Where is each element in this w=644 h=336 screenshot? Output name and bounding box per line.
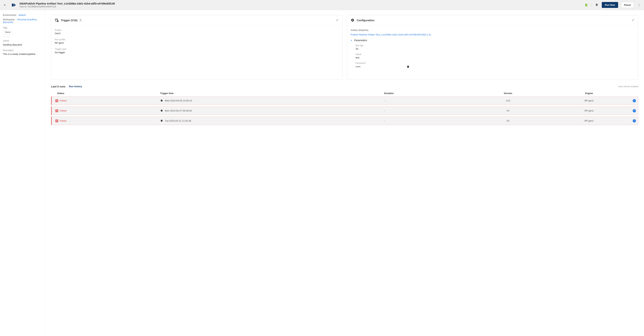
manual-trigger-icon — [160, 109, 163, 113]
description-label: Description — [3, 49, 42, 52]
name-value: test — [356, 56, 634, 59]
svg-rect-2 — [587, 4, 588, 6]
duration: - — [382, 107, 468, 115]
author-label: Author — [3, 40, 42, 42]
door-exit-icon[interactable] — [584, 3, 589, 7]
auto-refresh-label: Auto-refresh enabled — [618, 85, 638, 88]
col-duration: Duration — [382, 90, 468, 97]
engine-label: Engine — [55, 29, 339, 31]
engine: RP gen2 — [548, 97, 630, 105]
environment-link[interactable]: default — [18, 14, 26, 16]
edit-config-icon[interactable] — [632, 19, 634, 22]
sidebar: Environment: default Workspace: Personal… — [0, 10, 45, 336]
run-row[interactable]: ✕ Failed Wed 2023-04-05 14:05:23 - V10 R… — [52, 97, 638, 105]
artifact-label: Artifact (Pipeline) — [350, 29, 634, 32]
parameters-toggle[interactable]: ▼ Parameters — [350, 39, 634, 42]
run-now-button[interactable]: Run Now — [602, 2, 618, 8]
more-menu-icon[interactable] — [637, 3, 641, 7]
run-row[interactable]: ✕ Failed Mon 2023-03-27 09:48:04 - V3 RP… — [52, 107, 638, 115]
col-status: Status — [52, 90, 158, 97]
svg-rect-0 — [12, 4, 14, 7]
main-content: Trigger (V10) 0 Engine Gen2 Run profile … — [45, 10, 644, 336]
title-area: GBAPublish Pipeline Artifact Test_c1c526… — [20, 2, 584, 8]
engine: RP gen2 — [548, 107, 630, 115]
expand-row-button[interactable] — [633, 99, 636, 102]
trigger-type-label: Trigger type — [55, 48, 339, 50]
duration: - — [382, 117, 468, 125]
version: V10 — [468, 97, 548, 105]
svg-point-5 — [639, 6, 639, 6]
bell-icon[interactable] — [594, 3, 599, 7]
min-age-label: Min Age — [356, 44, 634, 47]
calendar-clock-icon — [55, 18, 59, 22]
manual-trigger-icon — [160, 99, 163, 103]
expand-row-button[interactable] — [633, 109, 636, 112]
edit-trigger-icon[interactable] — [336, 19, 339, 22]
page-title: GBAPublish Pipeline Artifact Test_c1c526… — [20, 2, 584, 5]
col-version: Version — [468, 90, 548, 97]
version: V3 — [468, 107, 548, 115]
runs-table: Status Trigger time Duration Version Eng… — [51, 90, 638, 127]
workspace-row: Workspace: Personal (Geoffroy Baccarini) — [3, 18, 42, 24]
trigger-title: Trigger (V10) 0 — [61, 19, 336, 22]
trigger-type-value: No trigger — [55, 51, 339, 54]
chevron-down-icon: ▼ — [350, 39, 352, 41]
failed-icon: ✕ — [55, 99, 58, 102]
trigger-time: Tue 2023-03-21 11:42:36 — [165, 119, 191, 122]
run-profile-label: Run profile — [55, 38, 339, 41]
manual-trigger-icon — [160, 119, 163, 123]
run-row[interactable]: ✕ Failed Tue 2023-03-21 11:42:36 - V3 RP… — [52, 117, 638, 125]
gear-icon — [350, 18, 354, 22]
artifact-link[interactable]: Publish Pipeline Artifact Test_c1c5268a-… — [350, 33, 634, 36]
trigger-time: Wed 2023-04-05 14:05:23 — [165, 99, 192, 102]
svg-point-3 — [639, 4, 639, 4]
environment-row: Environment: default — [3, 14, 42, 16]
svg-rect-1 — [586, 4, 587, 6]
password-value: •••••• — [356, 66, 360, 68]
expand-row-button[interactable] — [633, 119, 636, 123]
min-age-value: 20 — [356, 48, 634, 50]
author-value: Geoffroy Baccarini — [3, 43, 22, 46]
pause-button[interactable]: Pause — [621, 2, 634, 8]
duration: - — [382, 97, 468, 105]
svg-point-4 — [639, 5, 639, 5]
description-value: This is a newly created pipeline — [3, 53, 42, 55]
col-trigger-time: Trigger time — [158, 90, 382, 97]
tag-none: None — [3, 30, 13, 34]
version: V3 — [468, 117, 548, 125]
back-button[interactable] — [3, 3, 7, 7]
engine: RP gen2 — [548, 117, 630, 125]
config-title: Configuration — [357, 19, 632, 22]
engine-value: Gen2 — [55, 32, 339, 35]
status-text: Failed — [60, 109, 66, 112]
status-text: Failed — [60, 119, 66, 122]
divider — [3, 37, 10, 37]
topbar: GBAPublish Pipeline Artifact Test_c1c526… — [0, 0, 644, 10]
runs-header: Last 5 runs Run history Auto-refresh ena… — [51, 85, 638, 88]
topbar-actions: Run Now Pause — [584, 2, 641, 8]
configuration-card: Configuration Artifact (Pipeline) Publis… — [347, 15, 638, 80]
name-label: Name — [356, 53, 634, 56]
trigger-time: Mon 2023-03-27 09:48:04 — [165, 109, 192, 112]
run-history-link[interactable]: Run history — [69, 85, 82, 88]
run-profile-value: RP gen2 — [55, 42, 339, 44]
col-engine: Engine — [548, 90, 630, 97]
divider — [592, 3, 592, 7]
tags-label: Tags — [3, 27, 42, 29]
trigger-badge: 0 — [79, 19, 82, 22]
runs-title: Last 5 runs — [51, 85, 66, 88]
failed-icon: ✕ — [55, 109, 58, 112]
status-text: Failed — [60, 99, 66, 102]
app-logo-icon — [12, 3, 16, 8]
task-id: Task ID: 641989be24a4597e454f7e18 — [20, 6, 584, 8]
lock-icon — [407, 65, 410, 69]
password-label: Password* — [356, 62, 634, 64]
trigger-card: Trigger (V10) 0 Engine Gen2 Run profile … — [51, 15, 342, 80]
failed-icon: ✕ — [55, 119, 58, 122]
